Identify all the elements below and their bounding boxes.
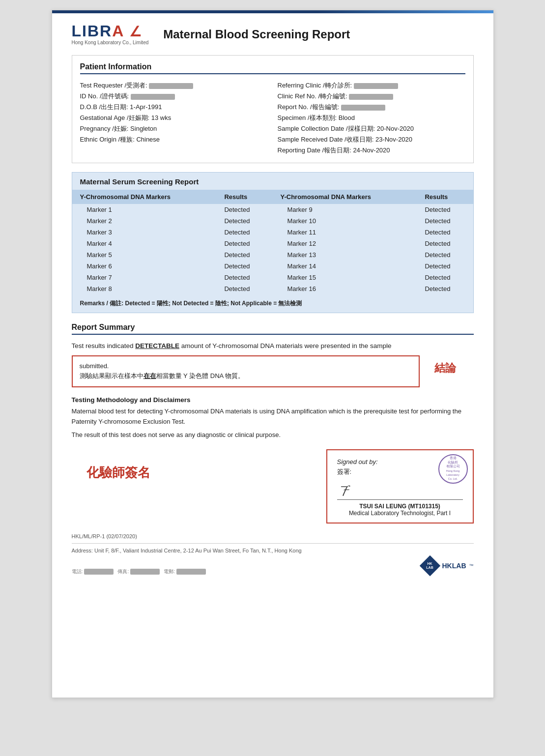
screening-section: Maternal Serum Screening Report Y-Chromo…: [72, 172, 474, 313]
table-row: Marker 3DetectedMarker 11Detected: [72, 227, 473, 238]
marker-right-name: Marker 13: [272, 249, 417, 261]
marker-right-result: Detected: [417, 272, 473, 283]
footer-bottom: 電話: 傳真: 電郵: HKLAB HKLAB™: [72, 556, 474, 575]
patient-pregnancy: Pregnancy /妊娠: Singleton: [80, 123, 268, 134]
table-row: Marker 2DetectedMarker 10Detected: [72, 215, 473, 227]
col4-header: Results: [417, 190, 473, 204]
patient-info-section: Patient Information Test Requester /受測者:…: [72, 55, 474, 163]
signer-title: Medical Laboratory Technologist, Part I: [337, 510, 463, 517]
patient-row: ID No. /證件號碼:: [80, 91, 268, 102]
logo: LIBRA ∠: [72, 23, 143, 39]
marker-left-name: Marker 5: [72, 249, 217, 261]
patient-row: Report No. /報告編號:: [278, 102, 465, 113]
chinese-result-box: submitted. 測驗結果顯示在樣本中在在相當數量 Y 染色體 DNA 物質…: [72, 355, 420, 388]
col3-header: Y-Chromosomal DNA Markers: [272, 190, 417, 204]
marker-right-result: Detected: [417, 261, 473, 272]
summary-text: Test results indicated DETECTABLE amount…: [72, 341, 474, 351]
redacted-value: [354, 83, 398, 89]
table-row: Marker 4DetectedMarker 12Detected: [72, 238, 473, 249]
marker-right-name: Marker 15: [272, 272, 417, 283]
patient-grid: Test Requester /受測者: ID No. /證件號碼: D.O.B…: [80, 80, 465, 156]
chinese-text-2: 相當數量 Y 染色體 DNA 物質。: [156, 372, 245, 379]
patient-gestational-age: Gestational Age /妊娠期: 13 wks: [80, 113, 268, 123]
stamp: 香港化驗所有限公司Hong KongLaboratoryCo. Ltd.: [438, 454, 468, 484]
redacted-value: [131, 94, 175, 100]
hklab-text: HKLAB: [442, 562, 466, 570]
patient-left-col: Test Requester /受測者: ID No. /證件號碼: D.O.B…: [80, 80, 268, 156]
footer-address: Address: Unit F, 8/F., Valiant Industria…: [72, 548, 474, 553]
redacted-value: [349, 94, 393, 100]
marker-left-result: Detected: [216, 283, 272, 294]
patient-reporting-date: Reporting Date /報告日期: 24-Nov-2020: [278, 145, 465, 156]
report-page: LIBRA ∠ Hong Kong Laboratory Co., Limite…: [52, 10, 494, 698]
screening-remarks: Remarks / 備註: Detected = 陽性; Not Detecte…: [72, 294, 473, 308]
chemist-label: 化驗師簽名: [86, 464, 150, 481]
signer-name: TSUI SAI LEUNG (MT101315): [337, 503, 463, 510]
redacted-email: [176, 569, 206, 575]
footer-ref: HKL/ML/RP-1 (02/07/2020): [72, 533, 474, 539]
col2-header: Results: [216, 190, 272, 204]
patient-received-date: Sample Received Date /收樣日期: 23-Nov-2020: [278, 134, 465, 145]
detectable-word: DETECTABLE: [135, 342, 179, 349]
top-bar: [52, 10, 493, 13]
marker-left-result: Detected: [216, 227, 272, 238]
logo-subtitle: Hong Kong Laboratory Co., Limited: [72, 40, 149, 45]
marker-right-result: Detected: [417, 283, 473, 294]
marker-left-name: Marker 1: [72, 204, 217, 215]
table-row: Marker 1DetectedMarker 9Detected: [72, 204, 473, 215]
footer-contacts: 電話: 傳真: 電郵:: [72, 568, 206, 575]
report-title: Maternal Blood Screening Report: [163, 28, 350, 41]
signature-image: 𝓯̅: [342, 483, 345, 497]
hklab-logo: HKLAB HKLAB™: [421, 556, 474, 575]
marker-right-result: Detected: [417, 215, 473, 227]
patient-ethnic: Ethnic Origin /種族: Chinese: [80, 134, 268, 145]
marker-right-name: Marker 10: [272, 215, 417, 227]
patient-row: Clinic Ref No. /轉介編號:: [278, 91, 465, 102]
marker-left-name: Marker 4: [72, 238, 217, 249]
submitted-text: submitted.: [80, 362, 109, 370]
patient-row: Test Requester /受測者:: [80, 80, 268, 91]
methodology-text-2: The result of this test does not serve a…: [72, 430, 474, 440]
marker-left-name: Marker 7: [72, 272, 217, 283]
marker-right-name: Marker 16: [272, 283, 417, 294]
marker-right-result: Detected: [417, 227, 473, 238]
marker-right-name: Marker 12: [272, 238, 417, 249]
logo-area: LIBRA ∠ Hong Kong Laboratory Co., Limite…: [72, 23, 149, 45]
patient-right-col: Referring Clinic /轉介診所: Clinic Ref No. /…: [278, 80, 465, 156]
marker-left-name: Marker 2: [72, 215, 217, 227]
marker-right-name: Marker 14: [272, 261, 417, 272]
marker-left-result: Detected: [216, 261, 272, 272]
patient-specimen: Specimen /樣本類別: Blood: [278, 113, 465, 123]
patient-dob: D.O.B /出生日期: 1-Apr-1991: [80, 102, 268, 113]
marker-right-result: Detected: [417, 249, 473, 261]
redacted-fax: [130, 569, 160, 575]
redacted-value: [149, 83, 193, 89]
marker-right-result: Detected: [417, 204, 473, 215]
patient-info-title: Patient Information: [80, 62, 465, 74]
summary-text-2: amount of Y-chromosomal DNA materials we…: [179, 342, 391, 349]
summary-text-submitted: submitted. 測驗結果顯示在樣本中在在相當數量 Y 染色體 DNA 物質…: [72, 355, 474, 388]
methodology-section: Testing Methodology and Disclaimers Mate…: [72, 396, 474, 440]
redacted-phone: [84, 569, 114, 575]
table-row: Marker 5DetectedMarker 13Detected: [72, 249, 473, 261]
chinese-underline: 在在: [143, 372, 156, 379]
chinese-text-1: 測驗結果顯示在樣本中: [80, 372, 143, 379]
marker-left-result: Detected: [216, 272, 272, 283]
summary-title: Report Summary: [72, 323, 474, 335]
header: LIBRA ∠ Hong Kong Laboratory Co., Limite…: [72, 23, 474, 45]
marker-left-result: Detected: [216, 249, 272, 261]
summary-text-1: Test results indicated: [72, 342, 136, 349]
signature-line: 𝓯̅: [337, 480, 463, 500]
signature-row: 化驗師簽名 香港化驗所有限公司Hong KongLaboratoryCo. Lt…: [72, 449, 474, 523]
marker-left-name: Marker 3: [72, 227, 217, 238]
col1-header: Y-Chromosomal DNA Markers: [72, 190, 217, 204]
marker-right-name: Marker 9: [272, 204, 417, 215]
marker-left-name: Marker 8: [72, 283, 217, 294]
marker-left-result: Detected: [216, 215, 272, 227]
summary-section: Report Summary Test results indicated DE…: [72, 323, 474, 387]
marker-left-name: Marker 6: [72, 261, 217, 272]
patient-row: Referring Clinic /轉介診所:: [278, 80, 465, 91]
redacted-value: [341, 105, 385, 111]
conclusion-box: submitted. 測驗結果顯示在樣本中在在相當數量 Y 染色體 DNA 物質…: [72, 355, 474, 388]
patient-collection-date: Sample Collection Date /採樣日期: 20-Nov-202…: [278, 123, 465, 134]
